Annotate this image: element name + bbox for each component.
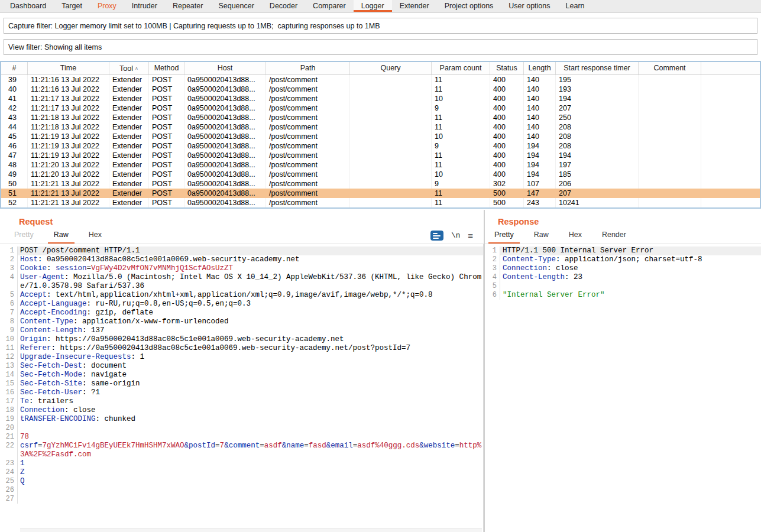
log-row-46[interactable]: 4611:21:19 13 Jul 2022ExtenderPOST0a9500… [1,141,760,151]
cell: Extender [109,141,149,151]
column-header-tool[interactable]: Tool∧ [109,62,149,74]
log-row-45[interactable]: 4511:21:19 13 Jul 2022ExtenderPOST0a9500… [1,132,760,141]
main-tab-learn[interactable]: Learn [558,0,592,12]
request-editor[interactable]: 1POST /post/comment HTTP/1.12Host: 0a950… [5,244,484,532]
cell: 194 [524,160,556,170]
main-tab-sequencer[interactable]: Sequencer [211,0,261,12]
cell [639,132,701,141]
view-filter-bar[interactable]: View filter: Showing all items [4,39,757,55]
cell: 400 [490,103,524,113]
cell: 208 [556,132,639,141]
log-row-48[interactable]: 4811:21:20 13 Jul 2022ExtenderPOST0a9500… [1,160,760,170]
column-header-length[interactable]: Length [524,62,556,74]
cell: 400 [490,85,524,94]
syntax-highlight-icon[interactable] [430,231,443,241]
column-header--[interactable]: # [1,62,28,74]
log-row-44[interactable]: 4411:21:18 13 Jul 2022ExtenderPOST0a9500… [1,122,760,132]
cell: /post/comment [266,189,350,198]
cell-filler [701,179,760,189]
main-tab-comparer[interactable]: Comparer [305,0,354,12]
cell: 43 [1,113,28,122]
cell: 500 [490,198,524,207]
main-tab-project-options[interactable]: Project options [437,0,501,12]
main-tab-repeater[interactable]: Repeater [165,0,211,12]
response-editor[interactable]: 1HTTP/1.1 500 Internal Server Error2Cont… [487,244,761,532]
cell: /post/comment [266,198,350,207]
cell [639,198,701,207]
main-tab-bar: DashboardTargetProxyIntruderRepeaterSequ… [0,0,761,12]
cell [639,103,701,113]
cell: 11:21:19 13 Jul 2022 [28,132,109,141]
log-row-52[interactable]: 5211:21:21 13 Jul 2022ExtenderPOST0a9500… [1,198,760,207]
column-header-path[interactable]: Path [266,62,350,74]
column-header-host[interactable]: Host [184,62,266,74]
log-row-49[interactable]: 4911:21:20 13 Jul 2022ExtenderPOST0a9500… [1,170,760,179]
log-row-39[interactable]: 3911:21:16 13 Jul 2022ExtenderPOST0a9500… [1,75,760,85]
table-header-row: #TimeTool∧MethodHostPathQueryParam count… [1,62,760,75]
line-number: 4 [487,273,500,282]
response-tabs: PrettyRawHexRender [485,229,761,244]
cell: Extender [109,94,149,103]
log-row-41[interactable]: 4111:21:17 13 Jul 2022ExtenderPOST0a9500… [1,94,760,103]
response-tab-render[interactable]: Render [596,228,632,244]
main-tab-intruder[interactable]: Intruder [124,0,165,12]
column-header-query[interactable]: Query [350,62,432,74]
response-tab-raw[interactable]: Raw [528,228,555,244]
log-row-43[interactable]: 4311:21:18 13 Jul 2022ExtenderPOST0a9500… [1,113,760,122]
cell: 46 [1,141,28,151]
column-header-start-response-timer[interactable]: Start response timer [556,62,639,74]
cell [639,170,701,179]
column-header-time[interactable]: Time [28,62,109,74]
request-tab-raw[interactable]: Raw [48,228,75,244]
request-tab-hex[interactable]: Hex [83,228,108,244]
message-editors-split: Request PrettyRawHex \n ≡ 1POST /post/co… [0,210,761,532]
column-header-status[interactable]: Status [490,62,524,74]
cell [350,151,432,160]
log-row-51[interactable]: 5111:21:21 13 Jul 2022ExtenderPOST0a9500… [1,189,760,198]
log-row-42[interactable]: 4211:21:17 13 Jul 2022ExtenderPOST0a9500… [1,103,760,113]
cell: 140 [524,75,556,85]
line-number: 19 [5,415,18,424]
editor-menu-icon[interactable]: ≡ [468,231,473,240]
line-number: 23 [5,459,18,468]
cell: Extender [109,122,149,132]
capture-filter-bar[interactable]: Capture filter: Logger memory limit set … [4,18,757,34]
log-row-47[interactable]: 4711:21:19 13 Jul 2022ExtenderPOST0a9500… [1,151,760,160]
main-tab-logger[interactable]: Logger [354,0,392,12]
editor-line: 5 [487,282,761,291]
cell: 400 [490,122,524,132]
cell: /post/comment [266,170,350,179]
response-tab-pretty[interactable]: Pretty [488,228,520,244]
line-number: 18 [5,406,18,415]
main-tab-decoder[interactable]: Decoder [262,0,305,12]
request-tab-pretty[interactable]: Pretty [8,228,40,244]
column-header-param-count[interactable]: Param count [432,62,490,74]
cell: 147 [524,189,556,198]
editor-line: 20 [5,424,483,433]
log-row-40[interactable]: 4011:21:16 13 Jul 2022ExtenderPOST0a9500… [1,85,760,94]
response-panel: Response PrettyRawHexRender 1HTTP/1.1 50… [485,210,761,532]
main-tab-extender[interactable]: Extender [392,0,437,12]
cell: 193 [556,85,639,94]
cell-filler [701,198,760,207]
cell [639,151,701,160]
main-tab-user-options[interactable]: User options [501,0,558,12]
cell: 50 [1,179,28,189]
cell: 11:21:18 13 Jul 2022 [28,122,109,132]
editor-line: 9Content-Length: 137 [5,326,483,335]
main-tab-dashboard[interactable]: Dashboard [2,0,54,12]
log-row-50[interactable]: 5011:21:21 13 Jul 2022ExtenderPOST0a9500… [1,179,760,189]
newline-markers-icon[interactable]: \n [451,232,460,240]
cell: 11:21:20 13 Jul 2022 [28,160,109,170]
main-tab-target[interactable]: Target [54,0,90,12]
cell [350,198,432,207]
column-header-comment[interactable]: Comment [639,62,701,74]
cell: 10 [432,170,490,179]
column-header-method[interactable]: Method [149,62,184,74]
main-tab-proxy[interactable]: Proxy [90,0,124,12]
response-tab-hex[interactable]: Hex [563,228,588,244]
cell: Extender [109,132,149,141]
burp-logger-window: DashboardTargetProxyIntruderRepeaterSequ… [0,0,761,532]
editor-line: 11Referer: https://0a9500020413d88ac08c5… [5,344,483,353]
horizontal-scrollbar[interactable] [20,528,482,532]
